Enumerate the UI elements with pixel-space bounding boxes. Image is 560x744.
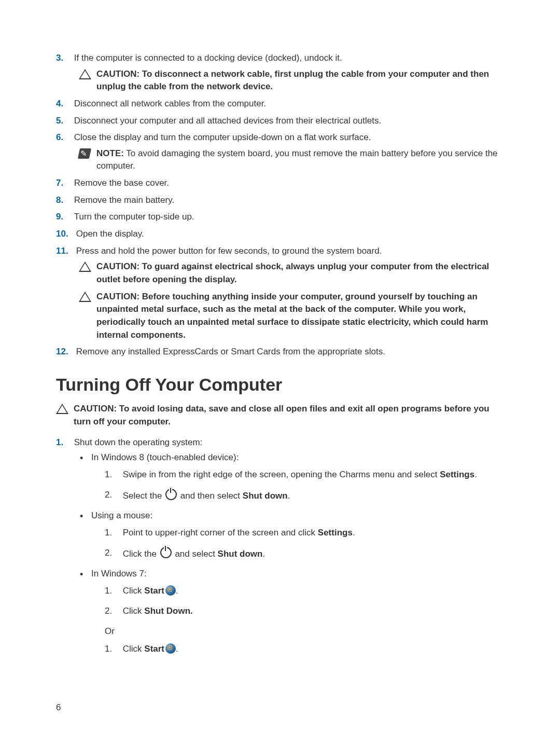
caution-callout: CAUTION: Before touching anything inside… xyxy=(79,291,504,342)
section-heading: Turning Off Your Computer xyxy=(56,372,504,397)
step-text: If the computer is connected to a dockin… xyxy=(74,52,499,65)
win8-step-2: 2. Select the and then select Shut down. xyxy=(105,489,504,503)
inner-num: 1. xyxy=(105,469,120,481)
step-number: 12. xyxy=(56,346,74,359)
bullet-label: In Windows 7: xyxy=(91,569,147,578)
caution-label: CAUTION: xyxy=(96,292,139,301)
step-text: Press and hold the power button for few … xyxy=(76,245,499,258)
step-8: 8. Remove the main battery. xyxy=(56,194,504,207)
win8-steps: 1. Swipe in from the right edge of the s… xyxy=(105,469,504,502)
inner-text: Click Shut Down. xyxy=(123,605,496,618)
inner-num: 2. xyxy=(105,547,120,560)
inner-text: Select the and then select Shut down. xyxy=(123,489,496,503)
inner-text: Click Start. xyxy=(123,643,496,656)
mouse-step-1: 1. Point to upper-right corner of the sc… xyxy=(105,527,504,540)
step-text: Turn the computer top-side up. xyxy=(74,211,499,224)
bullet-win7: In Windows 7: 1. Click Start. 2. Click S… xyxy=(80,568,504,656)
mouse-step-2: 2. Click the and select Shut down. xyxy=(105,547,504,561)
step-10: 10. Open the display. xyxy=(56,228,504,241)
power-icon xyxy=(165,489,177,500)
caution-text: Before touching anything inside your com… xyxy=(96,292,488,340)
step-5: 5. Disconnect your computer and all atta… xyxy=(56,115,504,128)
caution-icon xyxy=(79,69,91,80)
caution-callout: CAUTION: To avoid losing data, save and … xyxy=(56,403,504,428)
step-3: 3. If the computer is connected to a doc… xyxy=(56,52,504,93)
step-text: Remove the base cover. xyxy=(74,177,499,190)
inner-num: 1. xyxy=(105,527,120,540)
step-text: Open the display. xyxy=(76,228,499,241)
inner-num: 2. xyxy=(105,605,120,618)
caution-icon xyxy=(79,261,91,273)
step-number: 8. xyxy=(56,194,72,207)
bullet-label: Using a mouse: xyxy=(91,511,152,520)
step-number: 10. xyxy=(56,228,74,241)
step-number: 4. xyxy=(56,98,72,111)
step-number: 9. xyxy=(56,211,72,224)
caution-icon xyxy=(79,292,91,303)
step-11: 11. Press and hold the power button for … xyxy=(56,245,504,341)
bullet-mouse: Using a mouse: 1. Point to upper-right c… xyxy=(80,509,504,560)
step-number: 11. xyxy=(56,245,74,258)
caution-callout: CAUTION: To guard against electrical sho… xyxy=(79,260,504,286)
win8-step-1: 1. Swipe in from the right edge of the s… xyxy=(105,469,504,481)
win7-steps-a: 1. Click Start. 2. Click Shut Down. xyxy=(105,585,504,618)
power-icon xyxy=(160,547,172,558)
note-callout: NOTE: To avoid damaging the system board… xyxy=(79,147,504,173)
step-text: Remove any installed ExpressCards or Sma… xyxy=(76,346,499,359)
caution-text: To avoid losing data, save and close all… xyxy=(74,404,489,426)
caution-label: CAUTION: xyxy=(96,69,139,79)
caution-label: CAUTION: xyxy=(96,261,139,271)
caution-callout: CAUTION: To disconnect a network cable, … xyxy=(79,68,504,93)
start-orb-icon xyxy=(165,585,176,596)
note-icon xyxy=(79,148,91,160)
step-text: Disconnect your computer and all attache… xyxy=(74,115,499,128)
caution-icon xyxy=(56,404,68,415)
win7-step-1: 1. Click Start. xyxy=(105,585,504,598)
inner-text: Point to upper-right corner of the scree… xyxy=(123,527,496,540)
step-number: 7. xyxy=(56,177,72,190)
shutdown-list: 1. Shut down the operating system: In Wi… xyxy=(56,436,504,656)
inner-text: Click Start. xyxy=(123,585,496,598)
step-number: 5. xyxy=(56,115,72,128)
or-label: Or xyxy=(105,625,504,638)
step-number: 3. xyxy=(56,52,72,65)
step-text: Remove the main battery. xyxy=(74,194,499,207)
shutdown-step-1: 1. Shut down the operating system: In Wi… xyxy=(56,436,504,656)
step-text: Disconnect all network cables from the c… xyxy=(74,98,499,111)
win7-steps-b: 1. Click Start. xyxy=(105,643,504,656)
caution-text: To guard against electrical shock, alway… xyxy=(96,261,489,284)
win7-step-2: 2. Click Shut Down. xyxy=(105,605,504,618)
inner-num: 1. xyxy=(105,585,120,598)
procedure-list-top: 3. If the computer is connected to a doc… xyxy=(56,52,504,359)
step-7: 7. Remove the base cover. xyxy=(56,177,504,190)
note-text: To avoid damaging the system board, you … xyxy=(96,148,498,171)
win7-alt-step-1: 1. Click Start. xyxy=(105,643,504,656)
step-text: Close the display and turn the computer … xyxy=(74,131,499,144)
page-content: 3. If the computer is connected to a doc… xyxy=(0,0,560,656)
inner-num: 2. xyxy=(105,489,120,502)
caution-label: CAUTION: xyxy=(74,404,117,414)
mouse-steps: 1. Point to upper-right corner of the sc… xyxy=(105,527,504,560)
page-number: 6 xyxy=(56,702,61,713)
note-label: NOTE: xyxy=(96,148,124,158)
start-orb-icon xyxy=(165,643,176,654)
step-6: 6. Close the display and turn the comput… xyxy=(56,131,504,173)
caution-text: To disconnect a network cable, first unp… xyxy=(96,69,489,92)
step-9: 9. Turn the computer top-side up. xyxy=(56,211,504,224)
step-text: Shut down the operating system: xyxy=(74,436,499,449)
step-4: 4. Disconnect all network cables from th… xyxy=(56,98,504,111)
inner-num: 1. xyxy=(105,643,120,656)
os-bullet-list: In Windows 8 (touch-enabled device): 1. … xyxy=(80,451,504,656)
step-number: 6. xyxy=(56,131,72,144)
bullet-win8-touch: In Windows 8 (touch-enabled device): 1. … xyxy=(80,451,504,502)
step-number: 1. xyxy=(56,436,72,449)
bullet-label: In Windows 8 (touch-enabled device): xyxy=(91,452,239,462)
inner-text: Click the and select Shut down. xyxy=(123,547,496,561)
step-12: 12. Remove any installed ExpressCards or… xyxy=(56,346,504,359)
inner-text: Swipe in from the right edge of the scre… xyxy=(123,469,496,481)
